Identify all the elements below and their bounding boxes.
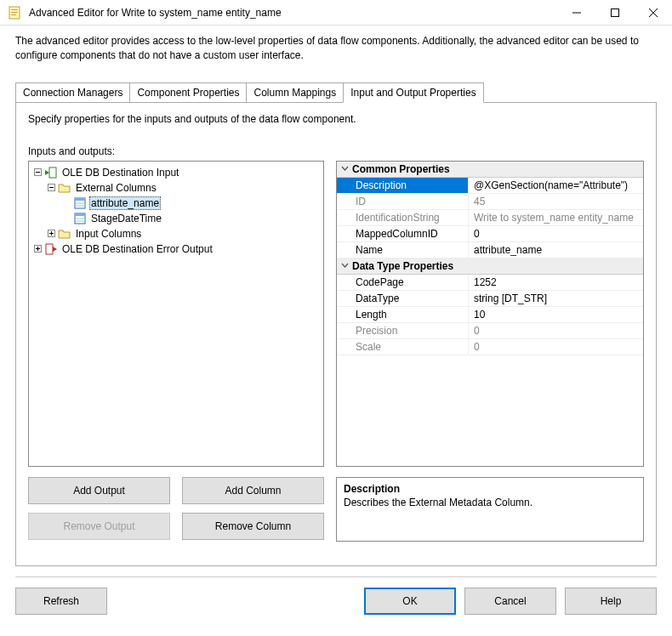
io-tree[interactable]: OLE DB Destination Input External Column… (28, 161, 324, 467)
category-label: Data Type Properties (352, 260, 453, 272)
property-name: MappedColumnID (337, 226, 469, 241)
add-output-button[interactable]: Add Output (28, 477, 170, 504)
property-name: Precision (337, 323, 469, 338)
svg-rect-28 (46, 244, 53, 254)
tree-label: Input Columns (74, 228, 143, 240)
property-row[interactable]: DataTypestring [DT_STR] (337, 291, 643, 307)
svg-marker-29 (53, 247, 57, 252)
tree-node-error-output[interactable]: OLE DB Destination Error Output (31, 241, 322, 257)
tree-label: OLE DB Destination Error Output (60, 243, 214, 255)
property-description-title: Description (344, 483, 636, 495)
property-name: Scale (337, 339, 469, 355)
svg-marker-11 (45, 170, 49, 175)
tab-component-properties[interactable]: Component Properties (129, 82, 247, 103)
svg-rect-3 (11, 14, 16, 15)
close-button[interactable] (634, 0, 672, 26)
tree-node-attribute-name[interactable]: attribute_name (31, 196, 322, 211)
tab-strip: Connection Managers Component Properties… (0, 70, 672, 102)
folder-icon (58, 227, 71, 241)
property-row[interactable]: CodePage1252 (337, 275, 643, 291)
maximize-button[interactable] (595, 0, 634, 26)
tree-label: attribute_name (89, 196, 161, 210)
minimize-button[interactable] (557, 0, 595, 26)
property-name: CodePage (337, 275, 469, 290)
tab-column-mappings[interactable]: Column Mappings (246, 82, 344, 103)
svg-rect-1 (11, 9, 18, 10)
collapse-icon[interactable] (46, 183, 56, 193)
cancel-button[interactable]: Cancel (464, 588, 556, 615)
tab-description: Specify properties for the inputs and ou… (28, 113, 644, 125)
tree-node-input-columns[interactable]: Input Columns (31, 226, 322, 241)
remove-output-button: Remove Output (28, 513, 170, 540)
spacer-icon (61, 213, 71, 224)
app-icon (9, 6, 22, 20)
property-category[interactable]: Data Type Properties (337, 258, 643, 275)
tab-connection-managers[interactable]: Connection Managers (15, 82, 130, 103)
tree-node-stagedatetime[interactable]: StageDateTime (31, 211, 322, 226)
ok-button[interactable]: OK (364, 588, 456, 615)
chevron-down-icon (337, 163, 352, 175)
expand-icon[interactable] (32, 244, 43, 254)
svg-rect-5 (611, 9, 618, 16)
help-button[interactable]: Help (565, 588, 657, 615)
svg-rect-10 (49, 168, 56, 178)
tree-node-external-columns[interactable]: External Columns (31, 180, 322, 196)
property-description-body: Describes the External Metadata Column. (344, 497, 636, 508)
property-value[interactable]: 10 (469, 307, 643, 322)
property-value[interactable]: 0 (469, 323, 643, 338)
column-icon (73, 196, 87, 210)
property-name: Name (337, 242, 469, 258)
property-row[interactable]: IdentificationStringWrite to system_name… (337, 210, 643, 226)
property-value[interactable]: @XGenSection(name="Attribute") (469, 178, 643, 193)
property-value[interactable]: 1252 (469, 275, 643, 290)
refresh-button[interactable]: Refresh (15, 588, 107, 615)
property-value[interactable]: 45 (469, 194, 643, 209)
folder-icon (58, 181, 71, 195)
property-value[interactable]: string [DT_STR] (469, 291, 643, 306)
property-name: DataType (337, 291, 469, 306)
expand-icon[interactable] (46, 229, 56, 239)
tree-label: StageDateTime (89, 213, 163, 224)
property-row[interactable]: Precision0 (337, 323, 643, 339)
property-grid[interactable]: Common PropertiesDescription@XGenSection… (336, 161, 644, 467)
window-title: Advanced Editor for Write to system_name… (27, 7, 557, 19)
property-name: Length (337, 307, 469, 322)
editor-description: The advanced editor provides access to t… (0, 26, 672, 70)
svg-rect-2 (11, 12, 18, 13)
property-name: ID (337, 194, 469, 209)
property-name: IdentificationString (337, 210, 469, 225)
tab-panel: Specify properties for the inputs and ou… (15, 102, 657, 566)
svg-rect-15 (75, 198, 85, 201)
property-row[interactable]: MappedColumnID0 (337, 226, 643, 242)
property-row[interactable]: Nameattribute_name (337, 242, 643, 258)
tab-io-properties[interactable]: Input and Output Properties (343, 82, 483, 103)
remove-column-button[interactable]: Remove Column (182, 513, 324, 540)
svg-rect-19 (75, 213, 85, 216)
property-value[interactable]: 0 (469, 226, 643, 241)
spacer-icon (61, 198, 71, 208)
property-row[interactable]: Description@XGenSection(name="Attribute"… (337, 178, 643, 194)
property-name: Description (337, 178, 469, 193)
output-arrow-icon (44, 242, 58, 256)
chevron-down-icon (337, 260, 352, 272)
column-icon (73, 212, 87, 225)
tree-node-destination-input[interactable]: OLE DB Destination Input (31, 165, 322, 180)
property-category[interactable]: Common Properties (337, 162, 643, 178)
property-value[interactable]: 0 (469, 339, 643, 355)
add-column-button[interactable]: Add Column (182, 477, 324, 504)
category-label: Common Properties (352, 163, 450, 175)
property-row[interactable]: Length10 (337, 307, 643, 323)
collapse-icon[interactable] (32, 168, 43, 178)
bottom-button-bar: Refresh OK Cancel Help (0, 577, 672, 615)
titlebar: Advanced Editor for Write to system_name… (0, 0, 672, 26)
tree-label: External Columns (74, 182, 158, 194)
property-value[interactable]: attribute_name (469, 242, 643, 258)
tree-label: OLE DB Destination Input (60, 167, 180, 179)
property-row[interactable]: ID45 (337, 194, 643, 210)
io-label: Inputs and outputs: (28, 145, 644, 157)
property-description-box: Description Describes the External Metad… (336, 477, 644, 542)
input-arrow-icon (44, 166, 58, 179)
property-value[interactable]: Write to system_name entity_name (469, 210, 643, 225)
property-row[interactable]: Scale0 (337, 339, 643, 355)
